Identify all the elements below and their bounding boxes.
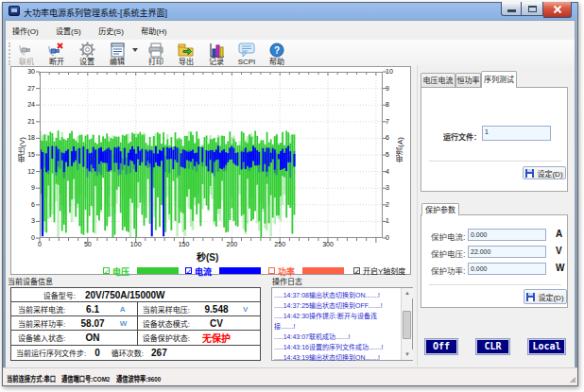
save-icon [525, 169, 534, 178]
minimize-button[interactable] [501, 2, 522, 16]
protection-groupbox: 保护电流: 0.000 A 保护电压: 22.000 V 保护功率: 0.000… [421, 214, 568, 308]
protect-current-input[interactable]: 0.000 [468, 229, 546, 241]
menu-operate[interactable]: 操作(O) [6, 23, 45, 42]
protect-power-unit: W [556, 263, 564, 273]
maximize-icon [528, 6, 537, 12]
toolbar-button-export[interactable]: 导出 [171, 40, 201, 66]
log-section-label: 操作日志 [272, 276, 302, 286]
input-state-value: ON [65, 332, 120, 343]
protect-current-label: 保护电流: [431, 230, 465, 242]
protect-voltage-input[interactable]: 22.000 [468, 246, 546, 258]
log-entry: .....14:37:25输出状态切换到OFF.......! [274, 300, 396, 311]
sequence-set-button[interactable]: 设定(D) [523, 166, 566, 179]
table-row-sequence: 当前运行序列文件步: 0 循环次数: 267 [11, 346, 260, 360]
screenshot-canvas: 大功率电源系列管理系统-[系统主界面] 操作(O) 设置(S) 历史(S) 帮助… [0, 0, 584, 392]
run-file-input[interactable]: 1 [482, 126, 551, 141]
toolbar: 联机 断开 设置 编辑 [6, 40, 575, 68]
protect-power-label: 保护功率: [431, 264, 465, 276]
protect-current-unit: A [556, 229, 562, 239]
svg-text:?: ? [274, 44, 280, 55]
tab-constant-power[interactable]: 恒功率 [455, 73, 481, 87]
gear-icon [77, 42, 97, 58]
window-title: 大功率电源系列管理系统-[系统主界面] [24, 7, 167, 19]
close-button[interactable] [543, 2, 572, 18]
local-button[interactable]: Local [527, 338, 566, 355]
toolbar-button-disconnect[interactable]: 断开 [42, 40, 72, 66]
plug-connect-icon [16, 42, 37, 58]
device-info-section-label: 当前设备信息 [8, 276, 53, 286]
tab-voltage-current[interactable]: 电压电流 [421, 73, 455, 87]
power-checkbox[interactable] [268, 267, 275, 274]
menu-bar: 操作(O) 设置(S) 历史(S) 帮助(H) [6, 21, 575, 40]
sequence-test-page: 运行文件： 1 设定(D) [421, 87, 568, 192]
export-folder-icon [176, 42, 197, 58]
help-icon: ? [266, 42, 287, 58]
toolbar-button-settings[interactable]: 设置 [72, 40, 102, 66]
chart-panel: 30 27 24 21 18 15 12 9 6 3 0 10 9 8 7 6 … [10, 66, 411, 275]
toolbar-button-edit[interactable]: 编辑 [102, 40, 132, 66]
title-bar[interactable]: 大功率电源系列管理系统-[系统主界面] [3, 3, 577, 20]
app-window: 大功率电源系列管理系统-[系统主界面] 操作(O) 设置(S) 历史(S) 帮助… [2, 2, 578, 386]
scroll-down-icon[interactable]: ▼ [402, 349, 413, 360]
toolbar-button-help[interactable]: ? 帮助 [262, 40, 292, 66]
log-scrollbar[interactable]: ▲ ▼ [401, 288, 412, 360]
menu-history[interactable]: 历史(S) [92, 23, 130, 42]
resize-grip[interactable]: ◢ [570, 375, 575, 383]
log-lines: .....14:37:08输出状态切换到ON.......! .....14:3… [274, 290, 396, 363]
y-axis-label-current: 电流(A) [395, 137, 405, 162]
current-checkbox[interactable]: ✓ [185, 267, 192, 274]
log-entry: .....14:43:16设置的序列文件成功.......! [274, 342, 396, 352]
status-bar: 当前连接方式:串口 通信端口号:COM2 通信波特率:9600 ◢ [3, 367, 577, 385]
y-axis-scale-checkbox[interactable]: ✓ [353, 267, 360, 274]
log-entry: .....14:42:30操作提示:断开与设备连接.......! [274, 311, 396, 332]
clr-button[interactable]: CLR [475, 338, 510, 355]
scpi-bubble-icon [236, 42, 257, 58]
toolbar-button-record[interactable]: 记录 [201, 40, 232, 66]
log-entry: .....14:37:08输出状态切换到ON.......! [274, 290, 396, 300]
toolbar-button-connect[interactable]: 联机 [11, 40, 42, 66]
telemetry-chart [40, 72, 383, 238]
protection-group-tab[interactable]: 保护参数 [421, 203, 459, 215]
legend-voltage: 电压 [112, 265, 129, 278]
chevron-down-icon [132, 48, 138, 52]
maximize-button[interactable] [522, 2, 543, 16]
sample-voltage-value: 9.548 [190, 304, 243, 315]
table-row-sample-iv: 当前采样电流: 6.1 A 当前采样电压: 9.548 V [11, 302, 260, 316]
toolbar-button-print[interactable]: 打印 [141, 40, 171, 66]
y-right-tick: 10 [386, 68, 399, 76]
table-row-power-mode: 当前采样功率: 58.07 W 设备状态模式: CV [11, 316, 260, 331]
status-port: 通信端口号:COM2 [61, 373, 110, 383]
status-connection: 当前连接方式:串口 [7, 373, 56, 383]
protect-voltage-label: 保护电压: [431, 247, 465, 259]
protection-set-button[interactable]: 设定(D) [524, 289, 567, 304]
scroll-up-icon[interactable]: ▲ [402, 288, 413, 298]
voltage-checkbox[interactable]: ✓ [103, 267, 110, 274]
sample-current-value: 6.1 [65, 304, 120, 315]
tab-sequence-test[interactable]: 序列测试 [481, 71, 517, 88]
save-icon [526, 293, 535, 301]
menu-settings[interactable]: 设置(S) [49, 23, 88, 42]
legend-current: 电流 [195, 265, 212, 278]
edit-dropdown-button[interactable] [132, 40, 141, 52]
table-row-input-protect: 设备输入状态: ON 设备保护状态: 无保护 [11, 331, 260, 346]
menu-help[interactable]: 帮助(H) [134, 23, 173, 42]
plug-disconnect-icon [46, 42, 67, 58]
protect-power-input[interactable]: 0.000 [468, 263, 546, 275]
edit-list-icon [107, 42, 128, 58]
scrollbar-thumb[interactable] [403, 311, 411, 339]
right-panel: 电压电流 恒功率 序列测试 运行文件： 1 设定(D) 保护参数 保护电流: 0… [417, 65, 575, 366]
operation-log: .....14:37:08输出状态切换到ON.......! .....14:3… [271, 287, 413, 361]
device-model-value: 20V/750A/15000W [85, 290, 165, 300]
x-axis-label: 秒(S) [197, 249, 218, 264]
printer-icon [146, 42, 166, 58]
y-axis-scale-label: 开启Y轴刻度 [363, 265, 405, 276]
y-left-tick: 30 [22, 68, 35, 76]
sample-power-value: 58.07 [65, 318, 120, 329]
run-file-label: 运行文件： [443, 131, 481, 142]
off-button[interactable]: Off [424, 338, 458, 355]
toolbar-button-scpi[interactable]: SCPI [232, 40, 262, 66]
y-axis-label-voltage: 电压(V) [17, 137, 27, 162]
app-icon [9, 6, 20, 16]
current-swatch [219, 267, 261, 274]
record-chart-icon [206, 42, 227, 58]
